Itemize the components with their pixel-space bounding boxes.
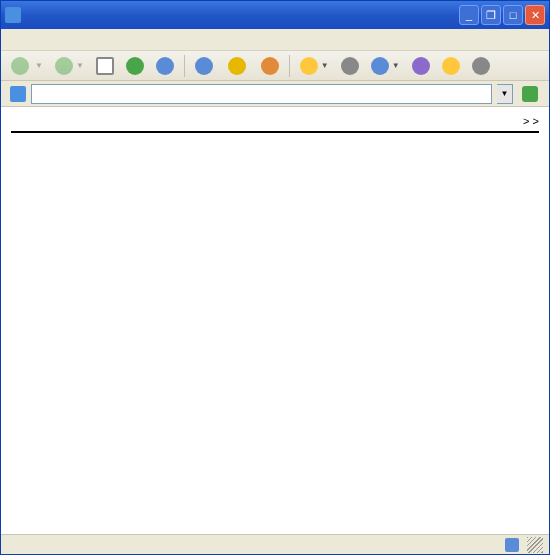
separator (184, 55, 185, 77)
mail-icon (300, 57, 318, 75)
chevron-down-icon: ▼ (76, 61, 84, 70)
links-button[interactable] (468, 55, 494, 77)
address-input[interactable] (31, 84, 492, 104)
word-icon (371, 57, 389, 75)
separator (289, 55, 290, 77)
search-button[interactable] (191, 55, 220, 77)
print-icon (341, 57, 359, 75)
minimize-button[interactable]: _ (459, 5, 479, 25)
stop-icon (96, 57, 114, 75)
browser-viewport: > > (1, 107, 549, 534)
address-bar: ▼ (1, 81, 549, 107)
zone-icon (505, 538, 519, 552)
status-bar (1, 534, 549, 554)
window-titlebar: _ ❐ □ ✕ (1, 1, 549, 29)
chevron-down-icon: ▼ (321, 61, 329, 70)
media-icon (261, 57, 279, 75)
home-button[interactable] (152, 55, 178, 77)
star-icon (228, 57, 246, 75)
messenger-icon (442, 57, 460, 75)
page-icon (10, 86, 26, 102)
mail-button[interactable]: ▼ (296, 55, 333, 77)
home-icon (156, 57, 174, 75)
ie-icon (5, 7, 21, 23)
edit-button[interactable]: ▼ (367, 55, 404, 77)
menubar (1, 29, 549, 51)
refresh-button[interactable] (122, 55, 148, 77)
go-button[interactable] (518, 84, 545, 104)
messenger-button[interactable] (438, 55, 464, 77)
go-icon (522, 86, 538, 102)
stop-button[interactable] (92, 55, 118, 77)
close-button[interactable]: ✕ (525, 5, 545, 25)
refresh-icon (126, 57, 144, 75)
address-dropdown[interactable]: ▼ (497, 84, 513, 104)
research-icon (412, 57, 430, 75)
resize-grip[interactable] (527, 537, 543, 553)
forward-button[interactable]: ▼ (51, 55, 88, 77)
favorites-button[interactable] (224, 55, 253, 77)
sidebar-nav (11, 143, 157, 157)
restore-button[interactable]: ❐ (481, 5, 501, 25)
print-button[interactable] (337, 55, 363, 77)
search-icon (195, 57, 213, 75)
maximize-button[interactable]: □ (503, 5, 523, 25)
media-button[interactable] (257, 55, 283, 77)
chevron-down-icon: ▼ (392, 61, 400, 70)
chevron-down-icon: ▼ (35, 61, 43, 70)
back-button[interactable]: ▼ (7, 55, 47, 77)
breadcrumb: > > (523, 115, 539, 127)
main-content (169, 143, 539, 157)
back-icon (11, 57, 29, 75)
forward-icon (55, 57, 73, 75)
toolbar: ▼ ▼ ▼ ▼ (1, 51, 549, 81)
research-button[interactable] (408, 55, 434, 77)
link-icon (472, 57, 490, 75)
